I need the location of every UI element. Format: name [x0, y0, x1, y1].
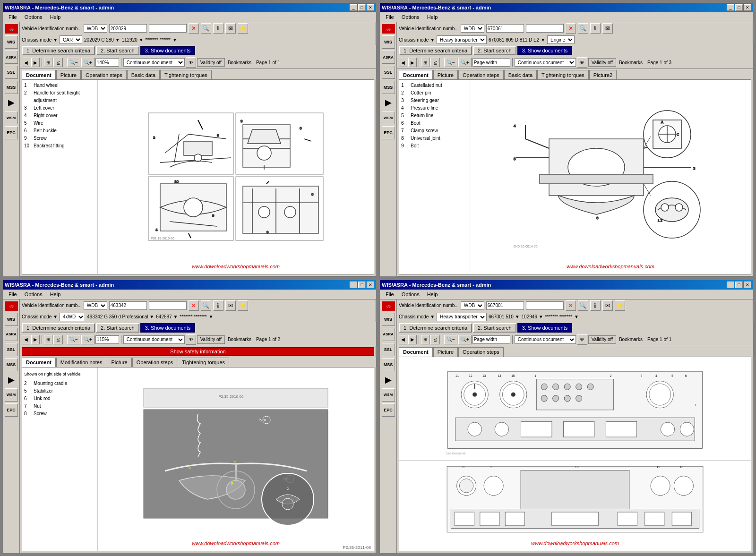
sidebar-mss-1[interactable]: MSS: [5, 81, 18, 94]
zoom-input-2[interactable]: [472, 58, 510, 67]
sidebar-wis-2[interactable]: WIS: [382, 35, 395, 49]
sidebar-asra-3[interactable]: ASRA: [5, 328, 18, 341]
minimize-btn-4[interactable]: _: [727, 282, 734, 288]
eye-btn-3[interactable]: 👁: [186, 334, 196, 345]
tab-opsteps-4[interactable]: Operation steps: [458, 347, 504, 357]
maximize-btn-1[interactable]: □: [358, 4, 366, 11]
tab-picture-3[interactable]: Picture: [107, 358, 131, 367]
validity-btn-1[interactable]: Validity off: [197, 58, 225, 67]
nav-fwd-4[interactable]: ▶: [408, 335, 417, 344]
sidebar-wis-3[interactable]: WIS: [5, 313, 18, 326]
chassis-mode-3[interactable]: 4xWD: [60, 313, 85, 321]
tab-opsteps-3[interactable]: Operation steps: [132, 358, 178, 367]
validity-btn-3[interactable]: Validity off: [197, 335, 225, 344]
minimize-btn-2[interactable]: _: [727, 4, 734, 11]
sidebar-epc-1[interactable]: EPC: [5, 126, 18, 139]
print-btn-1[interactable]: ✉: [225, 23, 236, 34]
tab-tightening-1[interactable]: Tightening torques: [160, 70, 212, 79]
zoom-in-2[interactable]: 🔍+: [458, 58, 472, 67]
print-btn-4[interactable]: ✉: [602, 300, 613, 311]
sidebar-play-3[interactable]: ▶: [5, 373, 18, 386]
menu-help-3[interactable]: Help: [46, 291, 65, 298]
sidebar-ssl-2[interactable]: SSL: [382, 66, 395, 79]
safety-info-btn-3[interactable]: Show safety information: [22, 347, 374, 356]
zoom-out-2[interactable]: 🔍−: [444, 58, 457, 67]
close-btn-3[interactable]: ✕: [367, 282, 374, 288]
sidebar-wis-4[interactable]: WIS: [382, 313, 395, 326]
nav-print-1[interactable]: 🖨: [53, 58, 63, 67]
step1-btn-4[interactable]: 1. Determine search criteria: [399, 323, 472, 333]
tab-tightening-3[interactable]: Tightening torques: [178, 358, 229, 367]
sidebar-wsm-4[interactable]: WSM: [382, 388, 395, 402]
close-btn-2[interactable]: ✕: [744, 4, 751, 11]
step1-btn-2[interactable]: 1. Determine search criteria: [399, 46, 472, 55]
id-number-input-4[interactable]: [486, 301, 524, 310]
info-btn-2[interactable]: ℹ: [590, 23, 601, 34]
info-btn-4[interactable]: ℹ: [590, 300, 601, 311]
step3-btn-4[interactable]: 3. Show documents: [517, 323, 573, 333]
extra-input-4[interactable]: [526, 301, 564, 310]
doc-mode-2[interactable]: Continuous document: [515, 58, 576, 67]
zoom-in-3[interactable]: 🔍+: [81, 335, 94, 344]
tab-picture-2[interactable]: Picture: [433, 70, 458, 79]
clear-btn-4[interactable]: ✕: [566, 300, 576, 311]
sidebar-ssl-1[interactable]: SSL: [5, 66, 18, 79]
menu-options-2[interactable]: Options: [398, 13, 423, 21]
sidebar-ssl-4[interactable]: SSL: [382, 343, 395, 356]
tab-opsteps-2[interactable]: Operation steps: [458, 70, 504, 79]
tab-document-4[interactable]: Document: [399, 347, 433, 357]
search-btn-2[interactable]: 🔍: [578, 23, 588, 34]
validity-btn-2[interactable]: Validity off: [588, 58, 616, 67]
extra-input-1[interactable]: [149, 24, 187, 33]
bookmark-btn-4[interactable]: ⭐: [615, 300, 625, 311]
eye-btn-4[interactable]: 👁: [577, 334, 587, 345]
wdb-select-1[interactable]: WDB: [84, 24, 107, 33]
sidebar-asra-1[interactable]: ASRA: [5, 51, 18, 64]
nav-print-4[interactable]: 🖨: [430, 335, 440, 344]
nav-home-2[interactable]: ⊞: [421, 58, 430, 67]
sidebar-epc-3[interactable]: EPC: [5, 403, 18, 417]
search-btn-3[interactable]: 🔍: [201, 300, 211, 311]
step1-btn-3[interactable]: 1. Determine search criteria: [22, 323, 95, 333]
step3-btn-2[interactable]: 3. Show documents: [517, 46, 573, 55]
nav-back-4[interactable]: ◀: [399, 335, 407, 344]
tab-document-1[interactable]: Document: [22, 70, 56, 79]
nav-print-2[interactable]: 🖨: [430, 58, 440, 67]
tab-tightening-2[interactable]: Tightening torques: [537, 70, 589, 79]
tab-basicdata-2[interactable]: Basic data: [504, 70, 537, 79]
step2-btn-1[interactable]: 2. Start search: [96, 46, 139, 55]
menu-file-2[interactable]: File: [382, 13, 398, 21]
zoom-input-4[interactable]: [472, 335, 510, 344]
chassis-mode-1[interactable]: CAR: [60, 35, 82, 44]
sidebar-asra-2[interactable]: ASRA: [382, 51, 395, 64]
search-btn-4[interactable]: 🔍: [578, 300, 588, 311]
step2-btn-3[interactable]: 2. Start search: [96, 323, 139, 333]
tab-document-2[interactable]: Document: [399, 70, 433, 79]
zoom-out-4[interactable]: 🔍−: [444, 335, 457, 344]
eye-btn-2[interactable]: 👁: [577, 57, 587, 68]
nav-home-3[interactable]: ⊞: [44, 335, 52, 344]
maximize-btn-2[interactable]: □: [735, 4, 743, 11]
print-btn-2[interactable]: ✉: [602, 23, 613, 34]
nav-home-4[interactable]: ⊞: [421, 335, 430, 344]
id-number-input-2[interactable]: [486, 24, 524, 33]
wdb-select-4[interactable]: WDB: [461, 301, 484, 310]
nav-fwd-2[interactable]: ▶: [408, 58, 417, 67]
nav-back-1[interactable]: ◀: [22, 58, 30, 67]
chassis-mode-2[interactable]: Heavy transporter: [437, 35, 487, 44]
eye-btn-1[interactable]: 👁: [186, 57, 196, 68]
tab-picture2-2[interactable]: Picture2: [589, 70, 617, 79]
clear-btn-2[interactable]: ✕: [566, 23, 576, 34]
sidebar-ssl-3[interactable]: SSL: [5, 343, 18, 356]
step3-btn-3[interactable]: 3. Show documents: [140, 323, 196, 333]
zoom-in-1[interactable]: 🔍+: [81, 58, 94, 67]
tab-modnotes-3[interactable]: Modification notes: [56, 358, 107, 367]
menu-help-4[interactable]: Help: [423, 291, 442, 298]
zoom-in-4[interactable]: 🔍+: [458, 335, 472, 344]
minimize-btn-3[interactable]: _: [350, 282, 357, 288]
sidebar-epc-4[interactable]: EPC: [382, 403, 395, 417]
sidebar-epc-2[interactable]: EPC: [382, 126, 395, 139]
bookmark-btn-3[interactable]: ⭐: [238, 300, 248, 311]
step1-btn-1[interactable]: 1. Determine search criteria: [22, 46, 95, 55]
step2-btn-2[interactable]: 2. Start search: [473, 46, 516, 55]
